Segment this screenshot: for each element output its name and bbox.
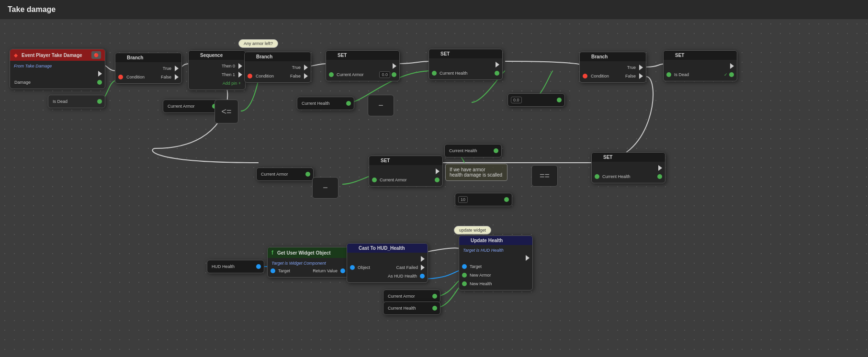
set-health2-header: SET <box>592 153 665 162</box>
equals-op-node: == <box>531 165 558 187</box>
seq-then1-pin <box>238 72 242 78</box>
set-is-dead-exec-out-row <box>664 62 737 70</box>
set-health2-exec-out <box>658 165 662 171</box>
branch1-node: Branch True Condition False <box>115 53 182 84</box>
hud-health-var-body: HUD Health <box>207 260 264 273</box>
branch2-condition-row: Condition False <box>245 72 311 80</box>
set-health2-in-pin <box>595 174 599 179</box>
set-is-dead-out-pin <box>729 72 734 77</box>
branch1-cond-pin <box>118 75 123 79</box>
set-health-out-pin <box>495 71 499 76</box>
value-ten-display: 10 <box>458 196 468 203</box>
less-equal-symbol: <= <box>221 107 231 117</box>
current-health-var3-row: Current Health <box>383 304 440 312</box>
set-current-health2-node: SET Current Health <box>591 152 665 183</box>
branch2-node: Branch True Condition False <box>244 52 311 83</box>
set-health-in-pin <box>432 71 437 76</box>
value-zero-row: 0.0 <box>508 96 564 104</box>
get-widget-sublabel: Target is Widget Component <box>268 260 348 267</box>
is-dead-label: Is Dead <box>53 99 68 104</box>
current-health-var3-pin <box>432 306 437 311</box>
cast-hud-header: Cast To HUD_Health <box>347 244 428 253</box>
cast-object-row: Object Cast Failed <box>347 263 428 272</box>
set-health-pin-row: Current Health <box>429 69 502 78</box>
cast-exec-out <box>421 256 425 262</box>
branch3-exec-row: True <box>580 63 646 72</box>
event-label: Event Player Take Damage <box>22 53 82 58</box>
branch2-header: Branch <box>245 52 311 61</box>
page-title: Take damage <box>8 5 56 14</box>
current-armor-var3-row: Current Armor <box>383 292 440 301</box>
branch2-cond-pin <box>248 74 252 78</box>
get-widget-return-pin <box>340 268 345 273</box>
set-armor2-out-pin <box>435 178 440 182</box>
branch1-body: True Condition False <box>115 62 181 83</box>
branch3-cond-pin <box>583 74 587 78</box>
set-armor-label: SET <box>338 53 347 58</box>
hud-health-var-pin <box>256 264 261 269</box>
event-damage-row: Damage <box>10 78 105 87</box>
current-health-var2-node: Current Health <box>444 144 502 157</box>
get-widget-header: f Get User Widget Object <box>268 247 348 258</box>
exec-out-pin <box>98 71 102 77</box>
value-zero-body: 0.0 <box>508 94 564 106</box>
branch1-header: Branch <box>115 53 181 62</box>
seq-then0-pin <box>238 63 242 69</box>
current-health-var1-node: Current Health <box>297 97 354 110</box>
equals-op-symbol: == <box>540 171 550 181</box>
set-health-label: SET <box>440 51 450 56</box>
branch3-header: Branch <box>580 52 646 61</box>
current-armor-var2-node: Current Armor <box>256 167 314 181</box>
current-health-var1-label: Current Health <box>302 101 330 106</box>
current-armor-var2-label: Current Armor <box>261 172 288 177</box>
current-armor-var3-node: Current Armor <box>383 290 440 303</box>
cast-as-hud-pin <box>420 274 425 279</box>
branch1-label: Branch <box>127 55 143 60</box>
minus-op1-node: − <box>368 95 394 116</box>
event-exec-row <box>10 69 105 78</box>
set-is-dead-header: SET <box>664 51 737 60</box>
set-health2-body: Current Health <box>592 162 665 183</box>
branch1-true-pin <box>175 66 179 71</box>
canvas[interactable]: ◆ Event Player Take Damage 🔴 From Take D… <box>0 19 868 357</box>
set-armor-body: Current Armor 0.0 <box>326 60 399 81</box>
cast-hud-exec-out-row <box>347 255 428 263</box>
cast-hud-label: Cast To HUD_Health <box>359 245 405 251</box>
get-widget-label: Get User Widget Object <box>277 250 331 256</box>
set-current-armor-node: SET Current Armor 0.0 <box>326 50 400 81</box>
event-header: ◆ Event Player Take Damage 🔴 <box>10 49 105 61</box>
seq-then1-row: Then 1 <box>189 70 245 79</box>
set-armor2-pin-row: Current Armor <box>369 176 442 184</box>
update-new-health-pin <box>462 281 467 286</box>
set-armor-in-pin <box>329 72 334 77</box>
current-health-var2-row: Current Health <box>445 146 501 155</box>
branch2-false-pin <box>304 73 308 79</box>
update-health-header: Update Health <box>459 236 532 245</box>
is-dead-out-pin <box>97 99 102 104</box>
current-health-var3-label: Current Health <box>388 306 416 311</box>
branch1-false-pin <box>175 74 179 80</box>
current-armor-var2-body: Current Armor <box>257 168 313 180</box>
cast-as-hud-row: As HUD Health <box>347 272 428 280</box>
set-armor-pin-row: Current Armor 0.0 <box>326 70 399 79</box>
set-is-dead-exec-out <box>730 63 734 69</box>
current-health-var1-row: Current Health <box>297 99 354 108</box>
set-armor2-header: SET <box>369 156 442 165</box>
value-zero-node: 0.0 <box>507 93 565 107</box>
current-health-var2-body: Current Health <box>445 145 501 157</box>
update-health-sublabel: Target is HUD Health <box>459 247 532 254</box>
update-widget-text: update widget <box>459 228 486 233</box>
value-ten-pin <box>504 197 509 202</box>
current-armor-var3-pin <box>432 294 437 299</box>
set-health-header: SET <box>429 49 502 58</box>
event-sublabel: From Take Damage <box>10 63 105 69</box>
get-widget-body: Target is Widget Component Target Return… <box>268 258 348 277</box>
hud-health-var-node: HUD Health <box>207 260 264 273</box>
update-widget-bubble: update widget <box>454 226 491 234</box>
damage-pin <box>97 80 102 85</box>
branch3-false-pin <box>639 73 643 79</box>
current-health-var2-pin <box>494 148 498 153</box>
current-armor-var1-node: Current Armor <box>163 100 220 113</box>
minus-op2-node: − <box>312 177 338 199</box>
set-is-dead-in-pin <box>666 72 671 77</box>
